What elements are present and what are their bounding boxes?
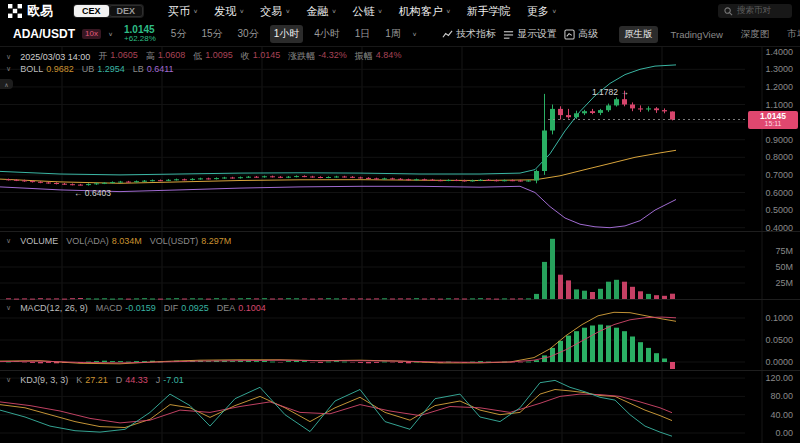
okx-logo-icon	[8, 4, 22, 18]
svg-text:1.1000: 1.1000	[765, 100, 793, 110]
vol-base-value: 8.034M	[112, 236, 142, 246]
svg-text:0.8000: 0.8000	[765, 152, 793, 162]
menu-finance[interactable]: 金融∨	[306, 4, 336, 19]
change-value: -4.32%	[318, 50, 347, 63]
svg-text:0.9000: 0.9000	[765, 135, 793, 145]
menu-institutional[interactable]: 机构客户∨	[399, 4, 451, 19]
timeframe-5m[interactable]: 5分	[167, 25, 191, 43]
svg-text:80.00: 80.00	[770, 391, 793, 401]
chevron-down-icon: ∨	[331, 8, 336, 14]
ub-value: 1.2954	[97, 64, 125, 74]
kdj-indicator-row: ∨ KDJ(9, 3, 3) K27.21 D44.33 J-7.01	[6, 375, 184, 385]
timeframe-30m[interactable]: 30分	[234, 25, 263, 43]
price-change-percent: +62.28%	[124, 34, 156, 43]
search-placeholder: 搜索币对	[737, 5, 771, 17]
svg-text:0.0500: 0.0500	[765, 335, 793, 345]
volume-indicator-row: ∨ VOLUME VOL(ADA)8.034M VOL(USDT)8.297M	[6, 236, 231, 246]
svg-text:0.1000: 0.1000	[765, 313, 793, 323]
menu-academy[interactable]: 新手学院	[467, 4, 511, 19]
advanced-button[interactable]: 高级	[564, 27, 598, 41]
boll-value: 0.9682	[46, 64, 74, 74]
svg-text:40.00: 40.00	[770, 410, 793, 420]
tab-market[interactable]: 市场	[782, 26, 800, 43]
svg-text:0.7000: 0.7000	[765, 170, 793, 180]
tab-tradingview[interactable]: TradingView	[666, 27, 728, 42]
macd-indicator-row: ∨ MACD(12, 26, 9) MACD-0.0159 DIF0.0925 …	[6, 303, 266, 313]
menu-discover[interactable]: 发现∨	[214, 4, 244, 19]
dif-value: 0.0925	[181, 303, 209, 313]
chevron-down-icon: ∨	[285, 8, 290, 14]
amplitude-value: 4.84%	[376, 50, 402, 63]
chart-view-tabs: 原生版 TradingView 深度图 市场 交易	[619, 18, 800, 50]
chevron-down-icon: ∨	[552, 8, 557, 14]
collapse-chevron-icon[interactable]: ∨	[6, 53, 11, 61]
timeframe-more-chevron-icon[interactable]: ∨	[412, 31, 417, 37]
display-settings-button[interactable]: 显示设置	[503, 27, 557, 41]
collapse-chevron-icon[interactable]: ∨	[6, 376, 11, 384]
last-price-block: 1.0145 +62.28%	[124, 25, 156, 43]
ohlc-info-row: ∨ 2025/03/03 14:00 开1.0605 高1.0608 低1.00…	[6, 50, 401, 63]
toggle-dex[interactable]: DEX	[109, 5, 144, 17]
menu-chain[interactable]: 公链∨	[353, 4, 383, 19]
high-price-marker: 1.1782 →	[592, 87, 629, 97]
collapse-chevron-icon[interactable]: ∨	[6, 65, 11, 73]
chevron-down-icon: ∨	[239, 8, 244, 14]
pair-chevron-down-icon[interactable]: ∨	[108, 31, 113, 37]
d-value: 44.33	[125, 375, 148, 385]
vol-quote-value: 8.297M	[201, 236, 231, 246]
search-input[interactable]: 搜索币对	[718, 4, 792, 18]
collapse-chevron-icon[interactable]: ∨	[6, 304, 11, 312]
cex-dex-toggle[interactable]: CEX DEX	[73, 4, 144, 18]
toggle-cex[interactable]: CEX	[74, 5, 109, 17]
logo-text: 欧易	[27, 2, 53, 20]
chevron-down-icon: ∨	[193, 8, 198, 14]
candle-datetime: 2025/03/03 14:00	[20, 52, 90, 62]
svg-text:0.6000: 0.6000	[765, 188, 793, 198]
okx-logo[interactable]: 欧易	[8, 2, 53, 20]
timeframe-1h[interactable]: 1小时	[270, 25, 304, 43]
boll-indicator-row: ∨ BOLL0.9682 UB1.2954 LB0.6411	[6, 64, 174, 74]
collapse-chevron-icon[interactable]: ∨	[6, 237, 11, 245]
k-value: 27.21	[85, 375, 108, 385]
badge-countdown: 15:11	[765, 120, 782, 128]
main-menu: 买币∨ 发现∨ 交易∨ 金融∨ 公链∨ 机构客户∨ 新手学院 更多∨	[168, 4, 557, 19]
timeframe-1w[interactable]: 1周	[381, 25, 405, 43]
dea-value: 0.1004	[238, 303, 266, 313]
tab-native-chart[interactable]: 原生版	[619, 26, 658, 43]
indicators-button[interactable]: 技术指标	[442, 27, 496, 41]
lb-value: 0.6411	[147, 64, 174, 74]
menu-more[interactable]: 更多∨	[527, 4, 557, 19]
settings-list-icon	[503, 29, 514, 40]
drawing-toolbar-handle[interactable]: ∧	[0, 79, 13, 89]
svg-text:50M: 50M	[775, 262, 793, 272]
svg-text:75M: 75M	[775, 246, 793, 256]
low-price-marker: ← 0.6403	[74, 188, 111, 198]
last-price-badge: 1.0145 15:11	[748, 111, 798, 129]
high-value: 1.0608	[158, 50, 186, 63]
menu-trade[interactable]: 交易∨	[260, 4, 290, 19]
close-value: 1.0145	[253, 50, 281, 63]
advanced-chart-icon	[564, 29, 575, 40]
chevron-down-icon: ∨	[446, 8, 451, 14]
svg-text:0.00: 0.00	[775, 428, 793, 438]
symbol-toolbar: ADA/USDT 10x ∨ 1.0145 +62.28% 5分 15分 30分…	[0, 22, 800, 47]
svg-text:25M: 25M	[775, 278, 793, 288]
svg-text:120.00: 120.00	[765, 373, 793, 383]
pair-name[interactable]: ADA/USDT	[13, 27, 75, 41]
last-price: 1.0145	[124, 25, 156, 34]
menu-buy-crypto[interactable]: 买币∨	[168, 4, 198, 19]
timeframe-1d[interactable]: 1日	[351, 25, 375, 43]
tab-depth-chart[interactable]: 深度图	[736, 26, 775, 43]
badge-price: 1.0145	[760, 112, 786, 120]
leverage-badge[interactable]: 10x	[82, 29, 101, 39]
j-value: -7.01	[163, 375, 184, 385]
low-value: 1.0095	[205, 50, 233, 63]
svg-text:0.5000: 0.5000	[765, 205, 793, 215]
chevron-down-icon: ∨	[378, 8, 383, 14]
macd-value: -0.0159	[125, 303, 156, 313]
timeframe-15m[interactable]: 15分	[197, 25, 226, 43]
svg-text:0.0000: 0.0000	[765, 357, 793, 367]
open-value: 1.0605	[110, 50, 138, 63]
timeframe-4h[interactable]: 4小时	[310, 25, 344, 43]
search-icon	[724, 7, 733, 16]
